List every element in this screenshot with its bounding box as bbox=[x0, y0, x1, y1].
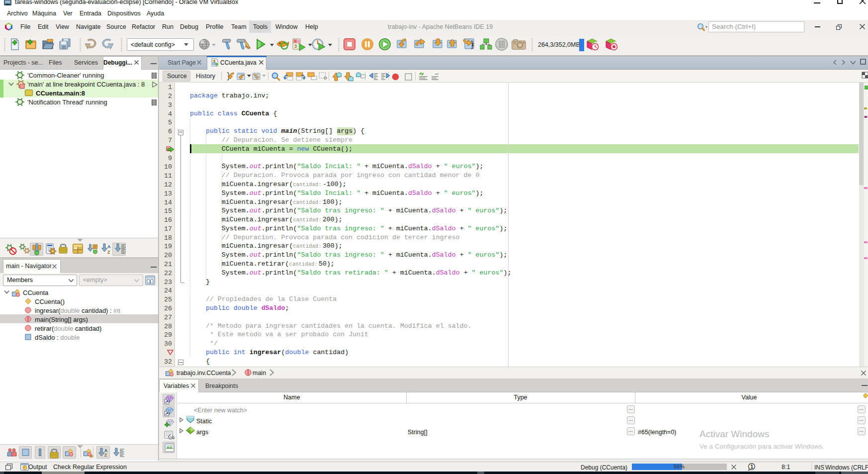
svg-text:Z: Z bbox=[104, 453, 107, 458]
svg-text:A: A bbox=[107, 244, 111, 249]
svg-text:1: 1 bbox=[751, 464, 754, 470]
svg-text:Z: Z bbox=[107, 250, 110, 255]
svg-text:3: 3 bbox=[294, 44, 297, 49]
